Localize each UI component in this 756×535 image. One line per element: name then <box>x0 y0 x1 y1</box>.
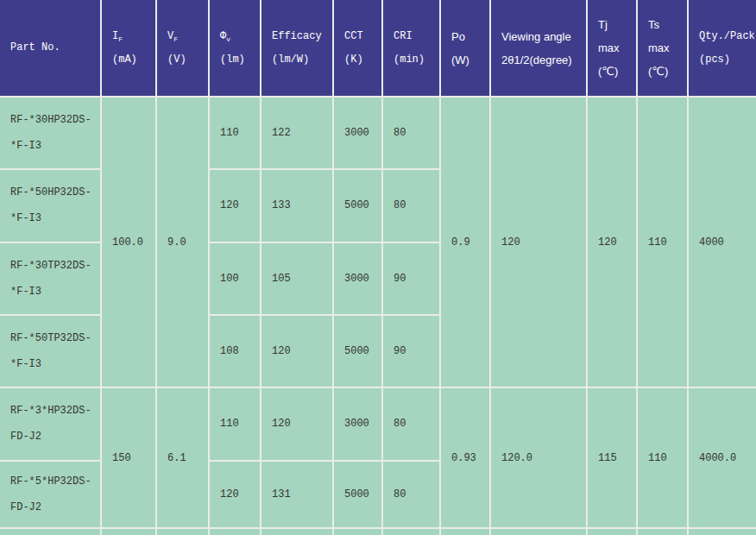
header-vf-unit: (V) <box>167 48 206 72</box>
header-cri: CRI (min) <box>382 0 440 97</box>
cell-luminous-flux: 120 <box>209 169 261 242</box>
cell-efficacy: 133 <box>261 169 333 242</box>
cell-forward-voltage: 6.1 <box>156 387 209 528</box>
header-po-label: Po <box>451 25 488 48</box>
header-phi-unit: (lm) <box>220 48 258 72</box>
cell-po: 0.93 <box>440 387 490 528</box>
spec-table: Part No. IF (mA) VF (V) Φv (lm) Efficacy… <box>0 0 756 535</box>
cell-forward-current: 100.0 <box>101 97 156 387</box>
cell-luminous-flux: 110 <box>209 97 261 169</box>
header-tj-line1: Tj <box>598 13 634 36</box>
header-tj-line2: max <box>598 36 634 60</box>
cell-cct: 5000 <box>333 315 382 387</box>
cell-part-no: RF-*50HP32DS- *F-I3 <box>0 169 101 242</box>
cell-efficacy: 120 <box>261 315 333 387</box>
cell-po: 0.9 <box>440 97 490 387</box>
header-forward-current: IF (mA) <box>101 0 156 97</box>
cell-cri: 80 <box>382 97 440 169</box>
header-viewing-angle: Viewing angle 2θ1/2(degree) <box>490 0 587 97</box>
header-viewing-angle-line1: Viewing angle <box>501 25 584 48</box>
cell-viewing-angle: 120.0 <box>490 387 587 528</box>
header-viewing-angle-line2: 2θ1/2(degree) <box>501 48 584 72</box>
header-cct-label: CCT <box>344 25 380 48</box>
table-row: RF-*30HP32DS- *F-I3 100.0 9.0 110 122 30… <box>0 97 756 169</box>
header-ts-line1: Ts <box>648 13 685 36</box>
header-qty-unit: (pcs) <box>699 48 754 72</box>
cell-part-no: RF-*3*HP32DS- FD-J2 <box>0 387 101 460</box>
header-cct: CCT (K) <box>333 0 382 97</box>
cell-cri: 80 <box>382 169 440 242</box>
header-part-no-label: Part No. <box>10 36 98 60</box>
header-efficacy-label: Efficacy <box>272 25 331 48</box>
cell-efficacy: 120 <box>261 387 333 460</box>
cell-cct: 5000 <box>333 461 382 528</box>
header-qty-pack: Qty./Pack (pcs) <box>688 0 756 97</box>
cell-ts-max: 110 <box>637 387 688 528</box>
cell-ts-max: 110 <box>637 97 688 387</box>
header-cri-label: CRI <box>394 25 438 48</box>
cell-cri: 90 <box>382 315 440 387</box>
cell-part-no: RF-*30TP32DS- *F-I3 <box>0 242 101 315</box>
table-row: RF-*3*HP32DS- FD-J2 150 6.1 110 120 3000… <box>0 387 756 460</box>
cell-cct: 3000 <box>333 97 382 169</box>
cell-qty-pack: 4000 <box>688 97 756 387</box>
header-efficacy-unit: (lm/W) <box>272 48 331 72</box>
cell-tj-max: 115 <box>587 387 637 528</box>
cell-cri: 80 <box>382 387 440 460</box>
header-ts-line2: max <box>648 36 685 60</box>
header-ts-line3: (℃) <box>648 60 685 83</box>
header-po-unit: (W) <box>451 48 488 72</box>
header-row: Part No. IF (mA) VF (V) Φv (lm) Efficacy… <box>0 0 756 97</box>
cell-luminous-flux: 100 <box>209 242 261 315</box>
cell-efficacy: 105 <box>261 242 333 315</box>
cell-luminous-flux: 110 <box>209 387 261 460</box>
header-cri-unit: (min) <box>394 48 438 72</box>
header-tj-max: Tj max (℃) <box>587 0 637 97</box>
header-po: Po (W) <box>440 0 490 97</box>
header-if-unit: (mA) <box>112 48 154 72</box>
cell-qty-pack: 4000.0 <box>688 387 756 528</box>
cell-cct: 3000 <box>333 387 382 460</box>
cell-tj-max: 120 <box>587 97 637 387</box>
cell-cri: 90 <box>382 242 440 315</box>
header-part-no: Part No. <box>0 0 101 97</box>
cell-forward-current: 150 <box>101 387 156 528</box>
cell-efficacy: 122 <box>261 97 333 169</box>
header-ts-max: Ts max (℃) <box>637 0 688 97</box>
cell-cct: 5000 <box>333 169 382 242</box>
header-efficacy: Efficacy (lm/W) <box>261 0 333 97</box>
cell-efficacy: 131 <box>261 461 333 528</box>
cutoff-row <box>0 528 756 535</box>
cell-part-no: RF-*50TP32DS- *F-I3 <box>0 315 101 387</box>
cell-cri: 80 <box>382 461 440 528</box>
cell-luminous-flux: 120 <box>209 461 261 528</box>
header-vf-symbol: VF <box>167 25 206 48</box>
header-phi-symbol: Φv <box>220 25 258 48</box>
cell-cct: 3000 <box>333 242 382 315</box>
header-if-symbol: IF <box>112 25 154 48</box>
header-forward-voltage: VF (V) <box>156 0 209 97</box>
cell-luminous-flux: 108 <box>209 315 261 387</box>
cell-forward-voltage: 9.0 <box>156 97 209 387</box>
header-qty-label: Qty./Pack <box>699 25 754 48</box>
header-tj-line3: (℃) <box>598 60 634 83</box>
cell-viewing-angle: 120 <box>490 97 587 387</box>
header-cct-unit: (K) <box>344 48 380 72</box>
cell-part-no: RF-*30HP32DS- *F-I3 <box>0 97 101 169</box>
cell-part-no: RF-*5*HP32DS- FD-J2 <box>0 461 101 528</box>
header-luminous-flux: Φv (lm) <box>209 0 261 97</box>
